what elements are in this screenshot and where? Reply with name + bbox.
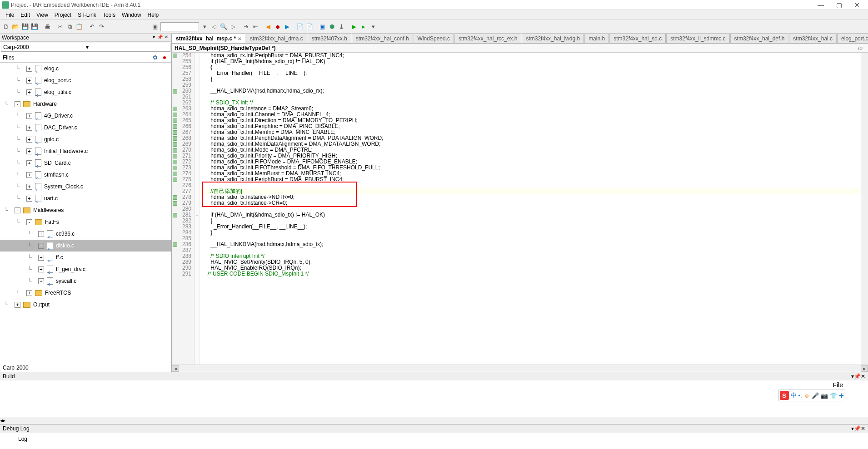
tree-item-syscall-c[interactable]: └+syscall.c bbox=[0, 275, 171, 287]
build-config-icon[interactable]: ▣ bbox=[151, 23, 159, 31]
dropdown-icon[interactable]: ▾ bbox=[200, 23, 209, 31]
editor-tab[interactable]: stm32f4xx_hal_rcc_ex.h bbox=[454, 34, 521, 43]
tree-item-cc936-c[interactable]: └+cc936.c bbox=[0, 228, 171, 240]
code-line[interactable] bbox=[200, 247, 868, 253]
code-line[interactable]: } bbox=[200, 76, 868, 82]
menu-window[interactable]: Window bbox=[119, 11, 144, 19]
code-line[interactable]: hdma_sdio_tx.Instance->CR=0; bbox=[200, 200, 868, 206]
ime-skin-icon[interactable]: 👕 bbox=[830, 392, 837, 399]
tree-item-dac-driver-c[interactable]: └+DAC_Driver.c bbox=[0, 122, 171, 133]
compile-icon[interactable]: 📄 bbox=[296, 23, 304, 31]
expand-icon[interactable]: + bbox=[15, 302, 20, 308]
expand-icon[interactable]: + bbox=[26, 113, 32, 119]
expand-icon[interactable]: + bbox=[26, 172, 32, 178]
scroll-left-icon[interactable]: ◂ bbox=[172, 365, 179, 372]
nav-back-icon[interactable]: ◀ bbox=[264, 23, 272, 31]
undo-icon[interactable]: ↶ bbox=[88, 23, 96, 31]
copy-icon[interactable]: ⧉ bbox=[65, 23, 74, 31]
run-icon[interactable]: ▶ bbox=[350, 23, 358, 31]
code-line[interactable] bbox=[200, 183, 868, 188]
code-editor[interactable]: hdma_sdio_rx.Init.PeriphBurst = DMA_PBUR… bbox=[200, 53, 868, 365]
tree-item-middlewares[interactable]: └-Middlewares bbox=[0, 204, 171, 216]
editor-tab[interactable]: stm32f4xx_ll_sdmmc.c bbox=[666, 34, 729, 43]
ime-punct-icon[interactable]: •, bbox=[798, 392, 802, 399]
menu-project[interactable]: Project bbox=[52, 11, 74, 19]
ime-voice-icon[interactable]: 🎤 bbox=[812, 392, 819, 399]
fold-toggle-icon[interactable]: - bbox=[195, 64, 200, 70]
editor-tab[interactable]: stm32f4xx_hal_sd.c bbox=[609, 34, 666, 43]
tree-item-hardware[interactable]: └-Hardware bbox=[0, 98, 171, 110]
panel-dropdown-icon[interactable]: ▾ bbox=[150, 35, 157, 41]
breakpoint-icon[interactable]: ◆ bbox=[274, 23, 282, 31]
open-icon[interactable]: 📂 bbox=[11, 23, 20, 31]
code-line[interactable]: hdma_sdio_tx.Init.PeriphBurst = DMA_PBUR… bbox=[200, 177, 868, 183]
menu-view[interactable]: View bbox=[34, 11, 51, 19]
code-line[interactable]: /* USER CODE BEGIN SDIO_MspInit 1 */ bbox=[200, 271, 868, 277]
expand-icon[interactable]: - bbox=[26, 219, 32, 225]
code-line[interactable]: if (HAL_DMA_Init(&hdma_sdio_rx) != HAL_O… bbox=[200, 59, 868, 64]
editor-tab[interactable]: stm32f4xx_hal_msp.c *✕ bbox=[172, 34, 245, 43]
code-line[interactable]: hdma_sdio_tx.Instance->NDTR=0; bbox=[200, 194, 868, 200]
expand-icon[interactable]: + bbox=[26, 66, 32, 72]
project-config-combo[interactable]: Carp-2000 ▾ bbox=[1, 43, 170, 52]
debug-output[interactable]: Log bbox=[0, 433, 868, 444]
minimize-button[interactable]: — bbox=[812, 0, 830, 10]
close-button[interactable]: ✕ bbox=[848, 0, 866, 10]
horizontal-scrollbar[interactable]: ◂ ▸ bbox=[172, 365, 868, 372]
close-icon[interactable]: ✕ bbox=[238, 36, 241, 41]
tree-item-stmflash-c[interactable]: └+stmflash.c bbox=[0, 169, 171, 181]
ime-toolbox-icon[interactable]: ✚ bbox=[839, 392, 844, 399]
ime-logo-icon[interactable]: S bbox=[780, 391, 789, 400]
tree-item-fatfs[interactable]: └-FatFs bbox=[0, 216, 171, 228]
redo-icon[interactable]: ↷ bbox=[97, 23, 105, 31]
panel-close-icon[interactable]: ✕ bbox=[163, 35, 170, 41]
expand-icon[interactable]: + bbox=[38, 243, 44, 249]
editor-tab[interactable]: stm32f4xx_hal_dma.c bbox=[246, 34, 307, 43]
panel-pin-icon[interactable]: 📌 bbox=[854, 425, 861, 432]
maximize-button[interactable]: ▢ bbox=[830, 0, 848, 10]
expand-icon[interactable]: + bbox=[26, 290, 32, 296]
panel-close-icon[interactable]: ✕ bbox=[861, 425, 865, 432]
toggle-bookmark-icon[interactable]: ➔ bbox=[242, 23, 250, 31]
paste-icon[interactable]: 📋 bbox=[75, 23, 83, 31]
expand-icon[interactable]: - bbox=[15, 101, 20, 107]
editor-tab[interactable]: main.h bbox=[584, 34, 609, 43]
editor-tab[interactable]: WindSpeed.c bbox=[414, 34, 454, 43]
editor-tab[interactable]: stm32f4xx_hal_def.h bbox=[730, 34, 789, 43]
stop-build-icon[interactable]: ▣ bbox=[318, 23, 326, 31]
download-debug-icon[interactable]: ⤓ bbox=[337, 23, 345, 31]
ime-toolbar[interactable]: S 中 •, ☺ 🎤 📷 👕 ✚ bbox=[778, 390, 845, 401]
expand-icon[interactable]: + bbox=[26, 184, 32, 190]
menu-file[interactable]: File bbox=[3, 11, 17, 19]
tree-item-output[interactable]: └+Output bbox=[0, 299, 171, 311]
ime-emoji-icon[interactable]: ☺ bbox=[804, 392, 810, 399]
tree-item-ff-gen-drv-c[interactable]: └+ff_gen_drv.c bbox=[0, 263, 171, 275]
expand-icon[interactable]: + bbox=[38, 255, 44, 261]
tree-item-elog-utils-c[interactable]: └+elog_utils.c bbox=[0, 86, 171, 98]
tree-item-elog-port-c[interactable]: └+elog_port.c bbox=[0, 74, 171, 86]
menu-edit[interactable]: Edit bbox=[18, 11, 33, 19]
expand-icon[interactable]: + bbox=[26, 160, 32, 166]
panel-pin-icon[interactable]: 📌 bbox=[854, 373, 861, 380]
expand-icon[interactable]: + bbox=[26, 196, 32, 202]
fold-toggle-icon[interactable]: - bbox=[195, 212, 200, 218]
search-icon[interactable]: 🔍 bbox=[219, 23, 228, 31]
tree-item-uart-c[interactable]: └+uart.c bbox=[0, 192, 171, 204]
menu-st-link[interactable]: ST-Link bbox=[75, 11, 99, 19]
search-combo[interactable] bbox=[160, 22, 199, 31]
editor-tab[interactable]: stm32f4xx_hal_iwdg.h bbox=[522, 34, 584, 43]
menu-tools[interactable]: Tools bbox=[100, 11, 118, 19]
tree-item-gpio-c[interactable]: └+gpio.c bbox=[0, 133, 171, 145]
search-prev-icon[interactable]: ◁ bbox=[210, 23, 218, 31]
expand-icon[interactable]: + bbox=[38, 231, 44, 237]
editor-tab[interactable]: stm32f4xx_hal_conf.h bbox=[352, 34, 413, 43]
function-list-icon[interactable]: fо bbox=[858, 45, 865, 51]
expand-icon[interactable]: + bbox=[26, 78, 32, 84]
tree-item-freertos[interactable]: └+FreeRTOS bbox=[0, 287, 171, 299]
fold-column[interactable]: -- bbox=[195, 53, 200, 365]
editor-tab[interactable]: stm32f4xx_hal.c bbox=[789, 34, 837, 43]
expand-icon[interactable]: + bbox=[26, 125, 32, 131]
editor-tab[interactable]: stm32f407xx.h bbox=[308, 34, 351, 43]
cut-icon[interactable]: ✂ bbox=[56, 23, 64, 31]
build-hscroll[interactable]: ◂ ▸ bbox=[0, 417, 868, 424]
